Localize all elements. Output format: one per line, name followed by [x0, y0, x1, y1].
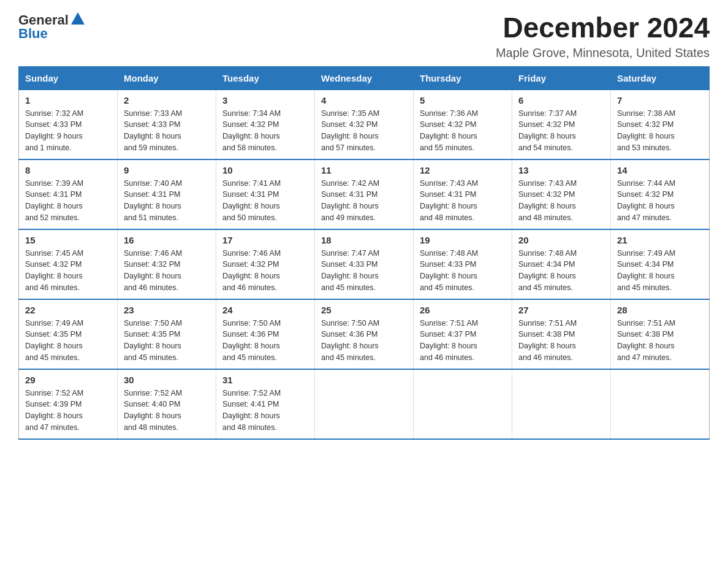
- day-number: 27: [518, 305, 604, 315]
- logo-blue-text: Blue: [18, 26, 48, 42]
- day-info: Sunrise: 7:44 AMSunset: 4:32 PMDaylight:…: [617, 178, 703, 224]
- svg-marker-0: [71, 12, 85, 25]
- day-info: Sunrise: 7:51 AMSunset: 4:38 PMDaylight:…: [518, 318, 604, 364]
- day-number: 19: [420, 235, 506, 245]
- week-row-5: 29 Sunrise: 7:52 AMSunset: 4:39 PMDaylig…: [19, 369, 710, 439]
- day-number: 12: [420, 165, 506, 175]
- calendar-cell: 1 Sunrise: 7:32 AMSunset: 4:33 PMDayligh…: [19, 90, 118, 159]
- day-number: 9: [124, 165, 210, 175]
- day-number: 1: [25, 95, 111, 105]
- week-row-1: 1 Sunrise: 7:32 AMSunset: 4:33 PMDayligh…: [19, 90, 710, 159]
- weekday-header-wednesday: Wednesday: [315, 66, 414, 90]
- day-info: Sunrise: 7:42 AMSunset: 4:31 PMDaylight:…: [321, 178, 407, 224]
- day-info: Sunrise: 7:40 AMSunset: 4:31 PMDaylight:…: [124, 178, 210, 224]
- day-info: Sunrise: 7:32 AMSunset: 4:33 PMDaylight:…: [25, 108, 111, 154]
- week-row-4: 22 Sunrise: 7:49 AMSunset: 4:35 PMDaylig…: [19, 299, 710, 369]
- calendar-cell: 25 Sunrise: 7:50 AMSunset: 4:36 PMDaylig…: [315, 299, 414, 369]
- day-number: 20: [518, 235, 604, 245]
- day-info: Sunrise: 7:41 AMSunset: 4:31 PMDaylight:…: [222, 178, 308, 224]
- day-number: 18: [321, 235, 407, 245]
- calendar-cell: 4 Sunrise: 7:35 AMSunset: 4:32 PMDayligh…: [315, 90, 414, 159]
- logo: General Blue: [18, 12, 85, 42]
- day-number: 24: [222, 305, 308, 315]
- day-number: 7: [617, 95, 703, 105]
- calendar-cell: 23 Sunrise: 7:50 AMSunset: 4:35 PMDaylig…: [118, 299, 216, 369]
- calendar-cell: 3 Sunrise: 7:34 AMSunset: 4:32 PMDayligh…: [216, 90, 315, 159]
- day-info: Sunrise: 7:34 AMSunset: 4:32 PMDaylight:…: [222, 108, 308, 154]
- day-number: 10: [222, 165, 308, 175]
- calendar-cell: 17 Sunrise: 7:46 AMSunset: 4:32 PMDaylig…: [216, 229, 315, 299]
- day-number: 28: [617, 305, 703, 315]
- day-number: 21: [617, 235, 703, 245]
- calendar-cell: 30 Sunrise: 7:52 AMSunset: 4:40 PMDaylig…: [118, 369, 216, 439]
- calendar-cell: 18 Sunrise: 7:47 AMSunset: 4:33 PMDaylig…: [315, 229, 414, 299]
- weekday-header-thursday: Thursday: [414, 66, 512, 90]
- day-info: Sunrise: 7:50 AMSunset: 4:36 PMDaylight:…: [222, 318, 308, 364]
- day-info: Sunrise: 7:52 AMSunset: 4:39 PMDaylight:…: [25, 388, 111, 434]
- day-number: 15: [25, 235, 111, 245]
- day-number: 14: [617, 165, 703, 175]
- day-info: Sunrise: 7:49 AMSunset: 4:34 PMDaylight:…: [617, 248, 703, 294]
- day-info: Sunrise: 7:38 AMSunset: 4:32 PMDaylight:…: [617, 108, 703, 154]
- week-row-3: 15 Sunrise: 7:45 AMSunset: 4:32 PMDaylig…: [19, 229, 710, 299]
- day-info: Sunrise: 7:51 AMSunset: 4:38 PMDaylight:…: [617, 318, 703, 364]
- weekday-header-sunday: Sunday: [19, 66, 118, 90]
- month-title: December 2024: [496, 12, 710, 44]
- calendar-cell: 31 Sunrise: 7:52 AMSunset: 4:41 PMDaylig…: [216, 369, 315, 439]
- day-info: Sunrise: 7:52 AMSunset: 4:41 PMDaylight:…: [222, 388, 308, 434]
- logo-triangle-icon: [71, 12, 85, 25]
- calendar-cell: 11 Sunrise: 7:42 AMSunset: 4:31 PMDaylig…: [315, 159, 414, 229]
- day-info: Sunrise: 7:45 AMSunset: 4:32 PMDaylight:…: [25, 248, 111, 294]
- day-number: 4: [321, 95, 407, 105]
- location-subtitle: Maple Grove, Minnesota, United States: [496, 46, 710, 60]
- day-info: Sunrise: 7:43 AMSunset: 4:31 PMDaylight:…: [420, 178, 506, 224]
- calendar-cell: 8 Sunrise: 7:39 AMSunset: 4:31 PMDayligh…: [19, 159, 118, 229]
- day-info: Sunrise: 7:50 AMSunset: 4:36 PMDaylight:…: [321, 318, 407, 364]
- calendar-cell: 9 Sunrise: 7:40 AMSunset: 4:31 PMDayligh…: [118, 159, 216, 229]
- day-number: 30: [124, 375, 210, 385]
- calendar-cell: [512, 369, 611, 439]
- calendar-cell: 16 Sunrise: 7:46 AMSunset: 4:32 PMDaylig…: [118, 229, 216, 299]
- day-number: 3: [222, 95, 308, 105]
- day-number: 29: [25, 375, 111, 385]
- day-number: 31: [222, 375, 308, 385]
- calendar-cell: 21 Sunrise: 7:49 AMSunset: 4:34 PMDaylig…: [611, 229, 710, 299]
- day-number: 13: [518, 165, 604, 175]
- day-info: Sunrise: 7:48 AMSunset: 4:33 PMDaylight:…: [420, 248, 506, 294]
- weekday-header-friday: Friday: [512, 66, 611, 90]
- calendar-cell: 5 Sunrise: 7:36 AMSunset: 4:32 PMDayligh…: [414, 90, 512, 159]
- day-info: Sunrise: 7:37 AMSunset: 4:32 PMDaylight:…: [518, 108, 604, 154]
- day-info: Sunrise: 7:36 AMSunset: 4:32 PMDaylight:…: [420, 108, 506, 154]
- weekday-header-monday: Monday: [118, 66, 216, 90]
- day-info: Sunrise: 7:52 AMSunset: 4:40 PMDaylight:…: [124, 388, 210, 434]
- day-info: Sunrise: 7:46 AMSunset: 4:32 PMDaylight:…: [124, 248, 210, 294]
- calendar-cell: 13 Sunrise: 7:43 AMSunset: 4:32 PMDaylig…: [512, 159, 611, 229]
- calendar-cell: 26 Sunrise: 7:51 AMSunset: 4:37 PMDaylig…: [414, 299, 512, 369]
- day-number: 16: [124, 235, 210, 245]
- day-number: 25: [321, 305, 407, 315]
- calendar-cell: 24 Sunrise: 7:50 AMSunset: 4:36 PMDaylig…: [216, 299, 315, 369]
- day-info: Sunrise: 7:51 AMSunset: 4:37 PMDaylight:…: [420, 318, 506, 364]
- calendar-cell: [315, 369, 414, 439]
- day-info: Sunrise: 7:39 AMSunset: 4:31 PMDaylight:…: [25, 178, 111, 224]
- calendar-cell: 22 Sunrise: 7:49 AMSunset: 4:35 PMDaylig…: [19, 299, 118, 369]
- calendar-cell: 12 Sunrise: 7:43 AMSunset: 4:31 PMDaylig…: [414, 159, 512, 229]
- day-info: Sunrise: 7:43 AMSunset: 4:32 PMDaylight:…: [518, 178, 604, 224]
- day-info: Sunrise: 7:46 AMSunset: 4:32 PMDaylight:…: [222, 248, 308, 294]
- calendar-cell: 19 Sunrise: 7:48 AMSunset: 4:33 PMDaylig…: [414, 229, 512, 299]
- day-number: 2: [124, 95, 210, 105]
- title-block: December 2024 Maple Grove, Minnesota, Un…: [496, 12, 710, 60]
- day-info: Sunrise: 7:50 AMSunset: 4:35 PMDaylight:…: [124, 318, 210, 364]
- calendar-cell: [414, 369, 512, 439]
- calendar-cell: 14 Sunrise: 7:44 AMSunset: 4:32 PMDaylig…: [611, 159, 710, 229]
- week-row-2: 8 Sunrise: 7:39 AMSunset: 4:31 PMDayligh…: [19, 159, 710, 229]
- calendar-cell: 10 Sunrise: 7:41 AMSunset: 4:31 PMDaylig…: [216, 159, 315, 229]
- day-number: 17: [222, 235, 308, 245]
- calendar-cell: 27 Sunrise: 7:51 AMSunset: 4:38 PMDaylig…: [512, 299, 611, 369]
- day-number: 6: [518, 95, 604, 105]
- calendar-cell: 28 Sunrise: 7:51 AMSunset: 4:38 PMDaylig…: [611, 299, 710, 369]
- weekday-header-saturday: Saturday: [611, 66, 710, 90]
- weekday-header-tuesday: Tuesday: [216, 66, 315, 90]
- day-info: Sunrise: 7:48 AMSunset: 4:34 PMDaylight:…: [518, 248, 604, 294]
- day-info: Sunrise: 7:47 AMSunset: 4:33 PMDaylight:…: [321, 248, 407, 294]
